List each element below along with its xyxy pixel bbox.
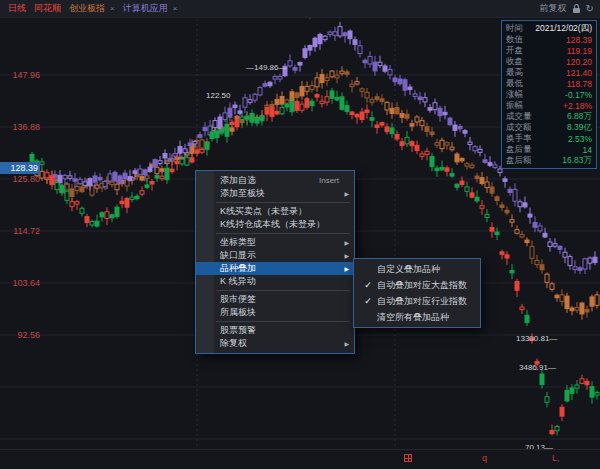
y-axis-label: 103.64 xyxy=(0,278,40,288)
info-row: 数值 128.39 xyxy=(502,34,596,45)
info-row-value: 118.78 xyxy=(567,79,592,89)
context-menu: 添加自选 Insert 添加至板块 ▶ K线买卖点（未登录） K线持仓成本线（未… xyxy=(195,170,355,354)
info-row-label: 盘后额 xyxy=(506,155,532,167)
info-row-value: -0.17% xyxy=(565,90,592,100)
symbol-label[interactable]: 同花顺 xyxy=(34,2,61,15)
info-row: 换手率 2.53% xyxy=(502,133,596,144)
close-icon[interactable]: × xyxy=(110,4,115,13)
overlay-tab-label: 创业板指 xyxy=(69,2,105,15)
info-row: 盘后量 14 xyxy=(502,144,596,155)
menu-item-label: 除复权 xyxy=(220,337,339,350)
info-row: 时间 2021/12/02(四) xyxy=(502,23,596,34)
info-row-value: 16.83万 xyxy=(562,155,592,167)
menu-item-shortcut: Insert xyxy=(319,176,339,185)
chevron-right-icon: ▶ xyxy=(341,252,349,259)
menu-item-label: 股票预警 xyxy=(220,324,339,337)
menu-item-label: 股市便签 xyxy=(220,293,339,306)
info-row-value: +2.18% xyxy=(563,101,592,111)
menu-item[interactable]: 坐标类型 ▶ xyxy=(196,236,354,249)
info-row-value: 8.39亿 xyxy=(567,122,592,134)
close-icon[interactable]: × xyxy=(173,4,178,13)
menu-item[interactable]: 股票预警 xyxy=(196,324,354,337)
top-bar: 日线 同花顺 创业板指 × 计算机应用 × 前复权 ↻ xyxy=(0,0,600,18)
menu-item-label: 添加自选 xyxy=(220,174,319,187)
chevron-right-icon: ▶ xyxy=(341,265,349,272)
y-axis-label: 125.80 xyxy=(0,174,40,184)
info-row-value: 121.40 xyxy=(566,68,592,78)
menu-item[interactable]: K 线异动 xyxy=(196,275,354,288)
refresh-icon[interactable]: ↻ xyxy=(586,4,594,14)
submenu-item[interactable]: ✓ 自动叠加对应行业指数 xyxy=(354,293,480,309)
info-row: 成交额 8.39亿 xyxy=(502,122,596,133)
chevron-right-icon: ▶ xyxy=(341,239,349,246)
menu-item[interactable]: K线买卖点（未登录） xyxy=(196,205,354,218)
menu-item-label: 品种叠加 xyxy=(220,262,339,275)
menu-item-label: 坐标类型 xyxy=(220,236,339,249)
info-row-value: 120.20 xyxy=(566,57,592,67)
info-row: 收盘 120.20 xyxy=(502,56,596,67)
info-row: 涨幅 -0.17% xyxy=(502,89,596,100)
info-row-value: 2021/12/02(四) xyxy=(535,23,592,35)
chart-annotation: 122.50 xyxy=(206,91,230,100)
info-row-value: 128.39 xyxy=(566,35,592,45)
menu-item[interactable]: 股市便签 xyxy=(196,293,354,306)
submenu-item[interactable]: ✓ 自动叠加对应大盘指数 xyxy=(354,277,480,293)
submenu-item[interactable]: 自定义叠加品种 xyxy=(354,261,480,277)
submenu-item[interactable]: 清空所有叠加品种 xyxy=(354,309,480,325)
menu-item-label: K 线异动 xyxy=(220,275,339,288)
overlay-tab-industry[interactable]: 计算机应用 × xyxy=(123,2,178,15)
info-row: 最高 121.40 xyxy=(502,67,596,78)
axis-marker[interactable]: L, xyxy=(552,453,560,463)
info-row: 开盘 119.19 xyxy=(502,45,596,56)
info-row-value: 119.19 xyxy=(567,46,592,56)
check-icon: ✓ xyxy=(359,280,377,290)
submenu-item-label: 自动叠加对应行业指数 xyxy=(377,295,467,308)
y-axis-label: 92.56 xyxy=(0,330,40,340)
info-row: 盘后额 16.83万 xyxy=(502,155,596,166)
menu-item[interactable]: 所属板块 xyxy=(196,306,354,319)
menu-item[interactable]: K线持仓成本线（未登录） xyxy=(196,218,354,231)
lock-icon[interactable] xyxy=(573,8,580,13)
axis-marker[interactable]: q xyxy=(482,453,487,463)
y-axis-label: 136.88 xyxy=(0,122,40,132)
info-row: 振幅 +2.18% xyxy=(502,100,596,111)
menu-item-label: K线持仓成本线（未登录） xyxy=(220,218,339,231)
adjust-mode-label[interactable]: 前复权 xyxy=(540,2,567,15)
menu-item[interactable]: 缺口显示 ▶ xyxy=(196,249,354,262)
app-window: 日线 同花顺 创业板指 × 计算机应用 × 前复权 ↻ 147.96136.88… xyxy=(0,0,600,469)
info-row: 成交量 6.88万 xyxy=(502,111,596,122)
bottom-bar: qL, xyxy=(0,449,600,469)
overlay-submenu: 自定义叠加品种 ✓ 自动叠加对应大盘指数 ✓ 自动叠加对应行业指数 清空所有叠加… xyxy=(353,258,481,328)
chevron-right-icon: ▶ xyxy=(341,190,349,197)
chevron-right-icon: ▶ xyxy=(341,340,349,347)
menu-item[interactable]: 添加自选 Insert xyxy=(196,174,354,187)
chart-annotation: 3486.91— xyxy=(519,363,556,372)
overlay-tab-label: 计算机应用 xyxy=(123,2,168,15)
topbar-right: 前复权 ↻ xyxy=(540,0,594,17)
y-axis-label: 114.72 xyxy=(0,226,40,236)
menu-item[interactable]: 添加至板块 ▶ xyxy=(196,187,354,200)
menu-item-label: 所属板块 xyxy=(220,306,339,319)
menu-item-label: K线买卖点（未登录） xyxy=(220,205,339,218)
y-axis-label: 147.96 xyxy=(0,70,40,80)
quote-info-panel: 时间 2021/12/02(四) 数值 128.39 开盘 119.19 收盘 … xyxy=(501,20,597,169)
overlay-tab-board-index[interactable]: 创业板指 × xyxy=(69,2,115,15)
menu-item[interactable]: 品种叠加 ▶ xyxy=(196,262,354,275)
menu-item-label: 缺口显示 xyxy=(220,249,339,262)
chart-annotation: —149.86— xyxy=(246,63,286,72)
info-row-value: 2.53% xyxy=(568,134,592,144)
info-row-value: 14 xyxy=(583,145,592,155)
menu-item[interactable]: 除复权 ▶ xyxy=(196,337,354,350)
submenu-item-label: 自定义叠加品种 xyxy=(377,263,440,276)
submenu-item-label: 自动叠加对应大盘指数 xyxy=(377,279,467,292)
submenu-item-label: 清空所有叠加品种 xyxy=(377,311,449,324)
chart-annotation: 13300.81— xyxy=(516,334,557,343)
current-price-badge: 128.39 xyxy=(0,162,40,174)
menu-item-label: 添加至板块 xyxy=(220,187,339,200)
grid-marker-icon[interactable] xyxy=(404,454,412,462)
check-icon: ✓ xyxy=(359,296,377,306)
period-selector[interactable]: 日线 xyxy=(8,2,26,15)
info-row: 最低 118.78 xyxy=(502,78,596,89)
